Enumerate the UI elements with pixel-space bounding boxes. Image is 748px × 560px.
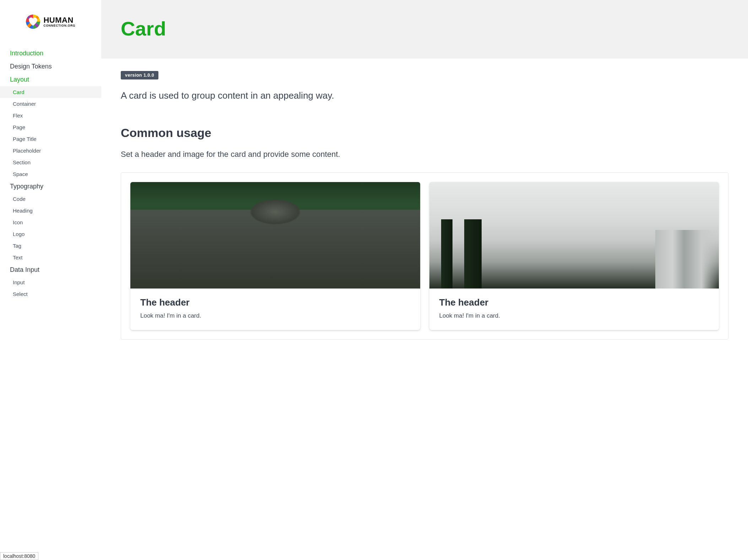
- nav-layout-placeholder[interactable]: Placeholder: [0, 145, 101, 157]
- page-body: version 1.0.0 A card is used to group co…: [101, 59, 748, 368]
- card-header: The header: [140, 297, 410, 308]
- sidebar: HUMAN CONNECTION.ORG Introduction Design…: [0, 0, 101, 560]
- card-body: The header Look ma! I'm in a card.: [130, 289, 420, 330]
- nav-typography-icon[interactable]: Icon: [0, 216, 101, 228]
- card: The header Look ma! I'm in a card.: [130, 182, 420, 330]
- card-image: [429, 182, 719, 289]
- sidebar-nav: Introduction Design Tokens Layout Card C…: [0, 47, 101, 314]
- nav-typography[interactable]: Typography: [0, 180, 101, 193]
- card: The header Look ma! I'm in a card.: [429, 182, 719, 330]
- nav-layout-flex[interactable]: Flex: [0, 110, 101, 121]
- card-header: The header: [439, 297, 709, 308]
- nav-typography-heading[interactable]: Heading: [0, 205, 101, 216]
- card-text: Look ma! I'm in a card.: [140, 312, 410, 319]
- nav-data-input[interactable]: Data Input: [0, 263, 101, 276]
- nav-layout[interactable]: Layout: [0, 73, 101, 86]
- nav-data-input-select[interactable]: Select: [0, 288, 101, 300]
- nav-layout-page[interactable]: Page: [0, 121, 101, 133]
- nav-layout-section[interactable]: Section: [0, 157, 101, 168]
- logo-secondary: CONNECTION.ORG: [43, 24, 75, 27]
- nav-typography-tag[interactable]: Tag: [0, 240, 101, 252]
- logo-primary: HUMAN: [43, 16, 75, 24]
- section-title: Common usage: [121, 126, 728, 140]
- nav-typography-text[interactable]: Text: [0, 252, 101, 263]
- logo-text: HUMAN CONNECTION.ORG: [43, 16, 75, 27]
- nav-typography-logo[interactable]: Logo: [0, 228, 101, 240]
- card-image: [130, 182, 420, 289]
- globe-heart-icon: [26, 14, 40, 29]
- nav-layout-container[interactable]: Container: [0, 98, 101, 110]
- main-content: Card version 1.0.0 A card is used to gro…: [101, 0, 748, 560]
- logo[interactable]: HUMAN CONNECTION.ORG: [0, 4, 101, 47]
- card-body: The header Look ma! I'm in a card.: [429, 289, 719, 330]
- card-text: Look ma! I'm in a card.: [439, 312, 709, 319]
- page-title: Card: [121, 17, 728, 40]
- section-desc: Set a header and image for the card and …: [121, 150, 728, 159]
- nav-layout-card[interactable]: Card: [0, 86, 101, 98]
- card-grid: The header Look ma! I'm in a card. The h…: [130, 182, 719, 330]
- version-badge: version 1.0.0: [121, 71, 158, 79]
- nav-introduction[interactable]: Introduction: [0, 47, 101, 60]
- nav-layout-space[interactable]: Space: [0, 168, 101, 180]
- page-hero: Card: [101, 0, 748, 59]
- nav-design-tokens[interactable]: Design Tokens: [0, 60, 101, 73]
- nav-layout-page-title[interactable]: Page Title: [0, 133, 101, 145]
- nav-typography-code[interactable]: Code: [0, 193, 101, 205]
- nav-data-input-input[interactable]: Input: [0, 276, 101, 288]
- app-root: HUMAN CONNECTION.ORG Introduction Design…: [0, 0, 748, 560]
- browser-status-bar: localhost:8080: [0, 552, 38, 560]
- page-lead: A card is used to group content in an ap…: [121, 90, 728, 101]
- example-frame: The header Look ma! I'm in a card. The h…: [121, 172, 728, 340]
